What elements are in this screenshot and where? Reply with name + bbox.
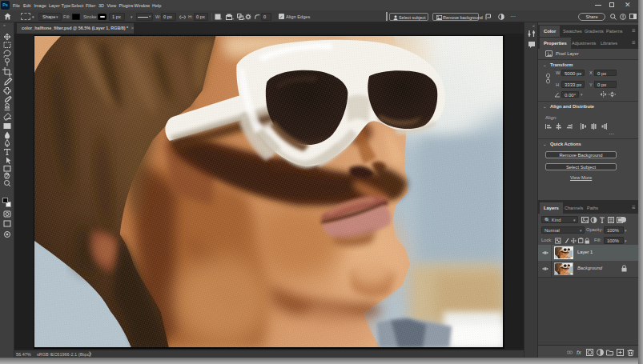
- svg-text:fx: fx: [577, 349, 581, 356]
